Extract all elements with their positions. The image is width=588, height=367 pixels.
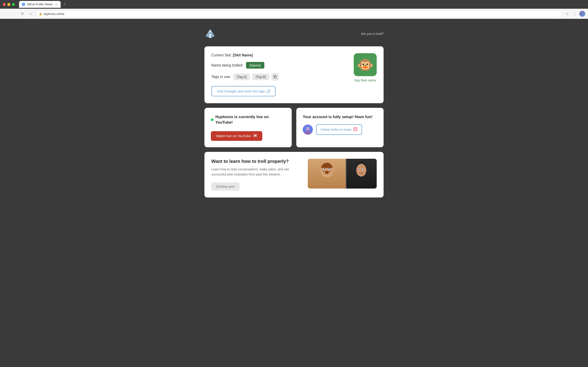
person-right [346,159,377,189]
live-title: Hyphonix is currently live on YouTube! [216,114,285,125]
current-skit-row: Current Skit: [Skit Name] [211,53,377,57]
user-avatar [303,125,313,135]
home-button[interactable]: ⌂ [27,10,34,17]
name-row: Name being trolled: [Name] [211,62,377,69]
svg-point-7 [306,127,310,131]
svg-point-11 [356,128,356,128]
watch-youtube-button[interactable]: Watch live on YouTube [211,131,262,141]
person-right-illustration [353,160,369,187]
tab-close-button[interactable]: ✕ [55,3,58,6]
back-button[interactable]: ← [3,10,9,17]
instagram-icon [353,127,357,132]
new-tab-button[interactable]: + [61,1,68,8]
name-badge: [Name] [246,62,264,69]
follow-btn-label: Follow Sofia on Insta! [321,128,351,131]
bookmark-button[interactable]: ☆ [564,10,570,17]
logo-icon [204,28,216,40]
tab-title: Github Profile Viewer [27,3,53,6]
account-card: Your account is fully setup! Have fun! F… [296,108,384,147]
svg-point-16 [324,168,325,169]
mod-link[interactable]: Are you a mod? [361,32,384,35]
visit-omegle-button[interactable]: Visit Omegle and enter the tags [211,86,276,96]
instagram-logo [353,127,357,131]
visit-btn-label: Visit Omegle and enter the tags [217,89,265,93]
current-skit-value: [Skit Name] [233,53,253,57]
account-title: Your account is fully setup! Have fun! [303,114,377,120]
titlebar: G Github Profile Viewer ✕ + [0,0,588,9]
maximize-button[interactable] [12,3,15,6]
live-status: Hyphonix is currently live on YouTube! [211,114,285,125]
learn-image-content [308,159,377,189]
address-bar[interactable]: 🔒 hyphonix.online [36,10,562,17]
learn-title: Want to learn how to troll properly? [211,159,301,164]
url-text: hyphonix.online [44,12,64,16]
cards-row: Hyphonix is currently live on YouTube! W… [204,108,384,147]
live-card: Hyphonix is currently live on YouTube! W… [204,108,292,147]
close-button[interactable] [3,3,6,6]
monkey-section: 🐵 Say their name [354,53,377,82]
avatar-image [303,125,313,135]
coming-soon-button: Coming soon [211,182,240,191]
follow-instagram-button[interactable]: Follow Sofia on Insta! [316,124,362,135]
youtube-play-icon [253,134,257,137]
page-content: Are you a mod? Current Skit: [Skit Name]… [0,19,588,367]
svg-rect-9 [354,127,357,131]
browser-toolbar: ← → ↻ ⌂ 🔒 hyphonix.online ☆ ⋮ [0,9,588,19]
active-tab[interactable]: G Github Profile Viewer ✕ [19,1,61,8]
svg-point-10 [355,128,356,130]
menu-button[interactable]: ⋮ [571,10,578,17]
browser-actions: ☆ ⋮ [564,10,585,17]
current-skit-label: Current Skit: [211,53,232,57]
name-label: Name being trolled: [211,63,243,67]
site-logo [204,28,216,40]
say-name-link[interactable]: Say their name [355,78,376,82]
svg-point-22 [359,169,360,170]
site-header: Are you a mod? [204,28,384,40]
learn-image [308,159,377,189]
tags-row: Tags in use: [Tag A] [Tag B] [211,73,377,81]
browser-chrome: G Github Profile Viewer ✕ + ← → ↻ ⌂ 🔒 hy… [0,0,588,19]
watch-btn-label: Watch live on YouTube [216,134,251,138]
lock-icon: 🔒 [39,12,42,15]
monkey-emoji: 🐵 [357,57,374,73]
live-indicator [211,118,214,121]
learn-content: Want to learn how to troll properly? Lea… [211,159,301,191]
account-bottom: Follow Sofia on Insta! [303,124,377,135]
svg-rect-3 [275,76,277,78]
svg-rect-2 [209,34,211,38]
main-card: Current Skit: [Skit Name] Name being tro… [204,46,384,103]
copy-tags-button[interactable] [271,73,279,81]
reload-button[interactable]: ↻ [19,10,26,17]
monkey-avatar[interactable]: 🐵 [354,53,377,76]
person-left-illustration [318,160,336,187]
learn-description: Learn how to start conversations, make j… [211,167,301,177]
svg-point-17 [329,168,330,169]
forward-button[interactable]: → [11,10,17,17]
person-left [308,159,346,189]
external-link-icon [267,90,270,93]
tab-favicon: G [22,3,25,6]
image-divider [346,159,346,189]
tag-a-badge: [Tag A] [233,74,250,80]
svg-point-19 [356,164,366,177]
tags-label: Tags in use: [211,75,231,79]
tag-b-badge: [Tag B] [252,74,269,80]
profile-avatar[interactable] [579,11,585,17]
svg-point-23 [363,169,363,170]
tab-bar: G Github Profile Viewer ✕ + [19,1,585,8]
copy-icon [273,75,277,79]
learn-card: Want to learn how to troll properly? Lea… [204,152,384,198]
youtube-icon [253,134,257,138]
traffic-lights [3,3,15,6]
minimize-button[interactable] [7,3,10,6]
